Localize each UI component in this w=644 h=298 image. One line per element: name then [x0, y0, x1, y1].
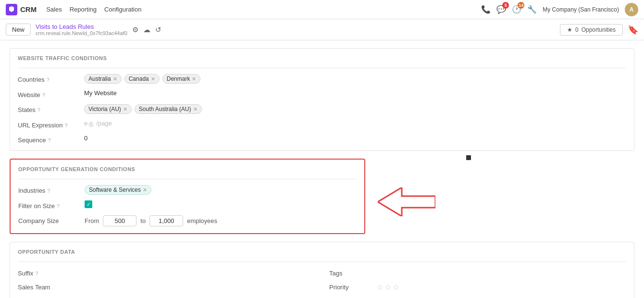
website-label: Website ?: [18, 89, 80, 99]
url-help-icon[interactable]: ?: [64, 123, 67, 128]
svg-marker-0: [378, 187, 435, 216]
sales-team-field: Sales Team: [18, 283, 315, 292]
filter-size-help-icon[interactable]: ?: [57, 203, 60, 209]
company-size-label: Company Size: [18, 215, 81, 224]
bookmark-icon[interactable]: 🔖: [628, 25, 638, 35]
industries-help-icon[interactable]: ?: [47, 188, 50, 194]
state-tag-south-australia: South Australia (AU) ✕: [135, 104, 202, 114]
star-2[interactable]: ☆: [384, 283, 391, 292]
url-expression-row: URL Expression ? e.g. /page: [18, 120, 626, 129]
country-tag-denmark: Denmark ✕: [162, 74, 201, 84]
states-help-icon[interactable]: ?: [37, 107, 40, 113]
tags-field: Tags: [329, 270, 626, 277]
suffix-field: Suffix ?: [18, 270, 315, 277]
top-navigation: CRM Sales Reporting Configuration 📞 💬 5 …: [0, 0, 644, 19]
company-size-row: Company Size From to employees: [18, 215, 357, 226]
sequence-value: 0: [84, 135, 626, 142]
industries-row: Industries ? Software & Services ✕: [18, 185, 357, 195]
website-help-icon[interactable]: ?: [42, 92, 45, 98]
phone-icon[interactable]: 📞: [481, 5, 491, 14]
breadcrumb: Visits to Leads Rules crm.reveal.rule.Ne…: [36, 23, 127, 36]
remove-south-australia[interactable]: ✕: [193, 106, 198, 112]
countries-help-icon[interactable]: ?: [47, 77, 50, 83]
traffic-conditions-section: WEBSITE TRAFFIC CONDITIONS Countries ? A…: [10, 48, 634, 151]
state-tag-victoria: Victoria (AU) ✕: [84, 104, 132, 114]
priority-stars[interactable]: ☆ ☆ ☆: [376, 283, 399, 292]
size-to-input[interactable]: [149, 215, 183, 226]
suffix-help-icon[interactable]: ?: [35, 271, 38, 276]
opdata-grid: Suffix ? Tags Sales Team Priority ☆ ☆ ☆ …: [18, 268, 626, 298]
tags-label: Tags: [329, 270, 372, 277]
settings-gear-icon[interactable]: ⚙: [132, 25, 138, 34]
url-expression-label: URL Expression ?: [18, 120, 80, 129]
topnav-right: 📞 💬 5 🕐 14 🔧 My Company (San Francisco) …: [481, 3, 638, 16]
countries-value: Australia ✕ Canada ✕ Denmark ✕: [84, 74, 626, 84]
settings-icon[interactable]: 🔧: [527, 5, 537, 14]
company-name: My Company (San Francisco): [543, 6, 619, 13]
remove-software[interactable]: ✕: [143, 187, 147, 193]
brand-name: CRM: [20, 5, 37, 13]
opgen-section-title: OPPORTUNITY GENERATION CONDITIONS: [18, 166, 357, 172]
breadcrumb-actions: ⚙ ☁ ↺: [132, 25, 161, 34]
website-row: Website ? My Website: [18, 89, 626, 99]
opdata-section: OPPORTUNITY DATA Suffix ? Tags Sales Tea…: [10, 242, 634, 298]
remove-canada[interactable]: ✕: [151, 76, 155, 82]
star-3[interactable]: ☆: [393, 283, 399, 292]
size-from-input[interactable]: [103, 215, 136, 226]
sequence-label: Sequence ?: [18, 135, 80, 144]
priority-label: Priority: [329, 284, 372, 291]
size-to-label: to: [140, 217, 146, 224]
refresh-icon[interactable]: ↺: [155, 25, 161, 34]
new-button[interactable]: New: [6, 24, 31, 36]
sequence-help-icon[interactable]: ?: [48, 137, 51, 143]
remove-australia[interactable]: ✕: [113, 76, 117, 82]
suffix-label: Suffix ?: [18, 270, 61, 277]
states-value: Victoria (AU) ✕ South Australia (AU) ✕: [84, 104, 626, 114]
opportunities-button[interactable]: ★ 0 Opportunities: [560, 24, 623, 36]
website-value: My Website: [84, 89, 626, 97]
menu-reporting[interactable]: Reporting: [70, 6, 97, 13]
user-avatar[interactable]: A: [625, 3, 638, 16]
chat-badge: 5: [502, 2, 509, 9]
opp-count: 0: [575, 26, 579, 33]
crm-logo-icon: [6, 4, 17, 15]
arrow-annotation: [373, 159, 435, 216]
country-tag-canada: Canada ✕: [124, 74, 160, 84]
remove-victoria[interactable]: ✕: [123, 106, 127, 112]
chat-icon[interactable]: 💬 5: [496, 5, 506, 14]
menu-sales[interactable]: Sales: [46, 6, 62, 13]
app-logo[interactable]: CRM: [6, 4, 37, 15]
red-arrow-icon: [378, 187, 435, 216]
filter-size-checkbox[interactable]: [85, 200, 92, 208]
breadcrumb-sub: crm.reveal.rule.NewId_0x7fc93ac44af0: [36, 30, 127, 36]
remove-denmark[interactable]: ✕: [192, 76, 196, 82]
industries-value: Software & Services ✕: [85, 185, 357, 195]
priority-field: Priority ☆ ☆ ☆: [329, 283, 626, 292]
filter-size-row: Filter on Size ?: [18, 200, 357, 210]
size-range: From to employees: [85, 215, 217, 226]
activity-icon[interactable]: 🕐 14: [512, 5, 521, 14]
breadcrumb-link[interactable]: Visits to Leads Rules: [36, 23, 127, 30]
states-row: States ? Victoria (AU) ✕ South Australia…: [18, 104, 626, 114]
states-label: States ?: [18, 104, 80, 113]
top-menu: Sales Reporting Configuration: [46, 6, 141, 13]
activity-badge: 14: [518, 2, 524, 9]
main-content: WEBSITE TRAFFIC CONDITIONS Countries ? A…: [0, 40, 644, 298]
url-expression-value: e.g. /page: [84, 120, 626, 127]
opp-label: Opportunities: [582, 26, 616, 33]
square-marker: [466, 155, 471, 160]
industries-label: Industries ?: [18, 185, 81, 194]
filter-size-label: Filter on Size ?: [18, 200, 81, 210]
industry-tag-software: Software & Services ✕: [85, 185, 151, 195]
menu-configuration[interactable]: Configuration: [104, 6, 141, 13]
star-1[interactable]: ☆: [376, 283, 383, 292]
url-placeholder: e.g. /page: [84, 120, 112, 127]
cloud-upload-icon[interactable]: ☁: [143, 25, 150, 34]
size-suffix: employees: [187, 217, 217, 224]
opgen-conditions-section: OPPORTUNITY GENERATION CONDITIONS Indust…: [10, 159, 365, 234]
country-tag-australia: Australia ✕: [84, 74, 122, 84]
breadcrumb-bar: New Visits to Leads Rules crm.reveal.rul…: [0, 19, 644, 40]
sales-team-label: Sales Team: [18, 284, 61, 291]
star-icon: ★: [567, 26, 572, 33]
countries-label: Countries ?: [18, 74, 80, 83]
